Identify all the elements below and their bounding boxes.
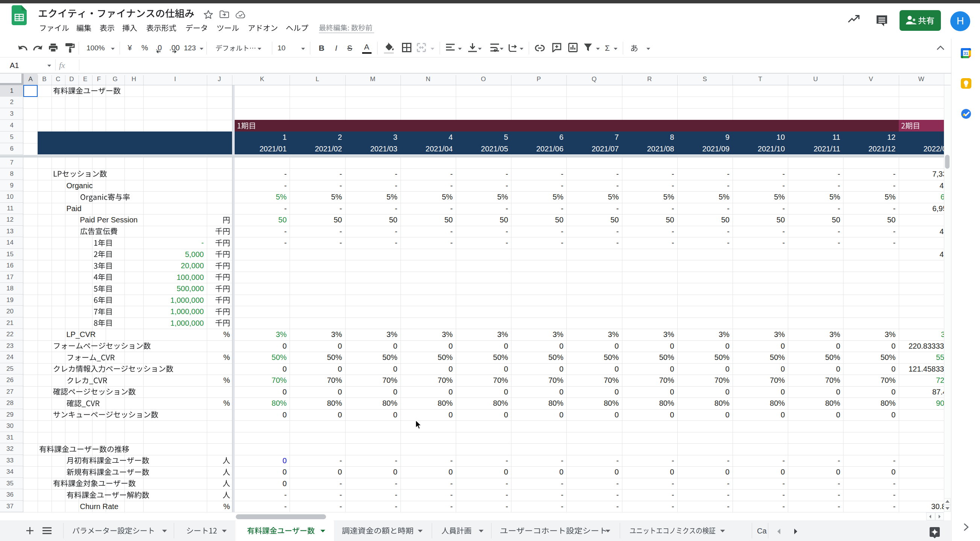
svg-text:31: 31	[964, 51, 968, 56]
